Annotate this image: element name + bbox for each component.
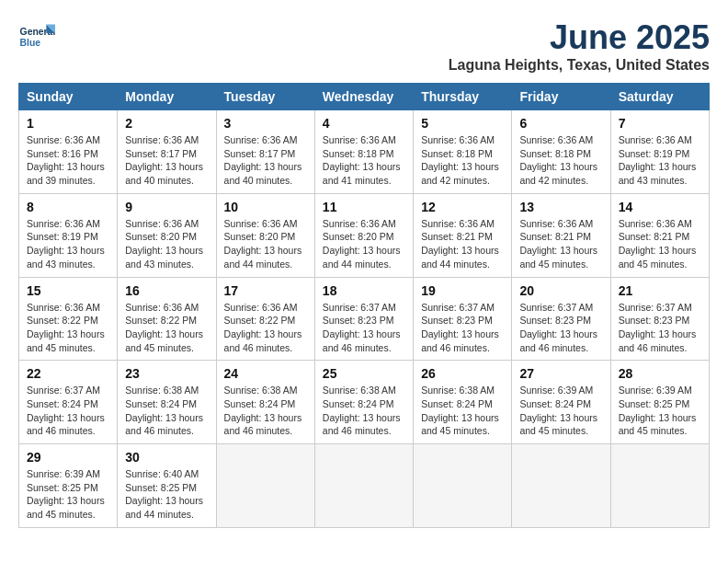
day-info: Sunrise: 6:36 AM Sunset: 8:22 PM Dayligh… <box>224 301 307 355</box>
week-row-4: 22Sunrise: 6:37 AM Sunset: 8:24 PM Dayli… <box>19 361 710 444</box>
calendar-cell <box>314 444 413 528</box>
day-info: Sunrise: 6:36 AM Sunset: 8:17 PM Dayligh… <box>224 133 307 188</box>
calendar-cell: 11Sunrise: 6:36 AM Sunset: 8:20 PM Dayli… <box>314 193 413 277</box>
day-number: 4 <box>323 116 405 131</box>
week-row-5: 29Sunrise: 6:39 AM Sunset: 8:25 PM Dayli… <box>19 444 710 528</box>
calendar-cell <box>512 444 610 528</box>
day-header-saturday: Saturday <box>610 84 709 110</box>
week-row-1: 1Sunrise: 6:36 AM Sunset: 8:16 PM Daylig… <box>19 110 710 194</box>
calendar-cell: 9Sunrise: 6:36 AM Sunset: 8:20 PM Daylig… <box>118 193 216 277</box>
day-header-wednesday: Wednesday <box>314 84 413 110</box>
main-title: June 2025 <box>449 18 710 57</box>
day-number: 20 <box>519 283 602 298</box>
calendar-cell: 23Sunrise: 6:38 AM Sunset: 8:24 PM Dayli… <box>118 361 216 444</box>
day-number: 21 <box>619 283 701 298</box>
day-number: 22 <box>27 366 109 381</box>
day-info: Sunrise: 6:36 AM Sunset: 8:18 PM Dayligh… <box>519 133 602 188</box>
calendar-cell <box>414 444 512 528</box>
day-info: Sunrise: 6:36 AM Sunset: 8:16 PM Dayligh… <box>27 133 109 188</box>
day-info: Sunrise: 6:36 AM Sunset: 8:22 PM Dayligh… <box>125 301 208 355</box>
day-info: Sunrise: 6:36 AM Sunset: 8:17 PM Dayligh… <box>125 133 208 188</box>
calendar-cell: 16Sunrise: 6:36 AM Sunset: 8:22 PM Dayli… <box>118 277 216 361</box>
day-info: Sunrise: 6:37 AM Sunset: 8:23 PM Dayligh… <box>421 301 504 355</box>
calendar-cell: 29Sunrise: 6:39 AM Sunset: 8:25 PM Dayli… <box>19 444 118 528</box>
calendar-cell: 15Sunrise: 6:36 AM Sunset: 8:22 PM Dayli… <box>19 277 118 361</box>
day-info: Sunrise: 6:36 AM Sunset: 8:20 PM Dayligh… <box>323 217 405 271</box>
day-info: Sunrise: 6:36 AM Sunset: 8:21 PM Dayligh… <box>619 217 701 271</box>
calendar-cell <box>216 444 314 528</box>
week-row-3: 15Sunrise: 6:36 AM Sunset: 8:22 PM Dayli… <box>19 277 710 361</box>
day-info: Sunrise: 6:36 AM Sunset: 8:18 PM Dayligh… <box>421 133 504 188</box>
week-row-2: 8Sunrise: 6:36 AM Sunset: 8:19 PM Daylig… <box>19 193 710 277</box>
calendar-cell: 2Sunrise: 6:36 AM Sunset: 8:17 PM Daylig… <box>118 110 216 194</box>
day-info: Sunrise: 6:37 AM Sunset: 8:23 PM Dayligh… <box>323 301 405 355</box>
calendar-cell <box>610 444 709 528</box>
day-info: Sunrise: 6:36 AM Sunset: 8:21 PM Dayligh… <box>519 217 602 271</box>
day-info: Sunrise: 6:38 AM Sunset: 8:24 PM Dayligh… <box>125 384 208 438</box>
day-header-tuesday: Tuesday <box>216 84 314 110</box>
day-info: Sunrise: 6:36 AM Sunset: 8:19 PM Dayligh… <box>619 133 701 188</box>
day-info: Sunrise: 6:38 AM Sunset: 8:24 PM Dayligh… <box>224 384 307 438</box>
day-number: 18 <box>323 283 405 298</box>
day-number: 2 <box>125 116 208 131</box>
day-info: Sunrise: 6:36 AM Sunset: 8:22 PM Dayligh… <box>27 301 109 355</box>
day-info: Sunrise: 6:36 AM Sunset: 8:20 PM Dayligh… <box>224 217 307 271</box>
day-info: Sunrise: 6:37 AM Sunset: 8:23 PM Dayligh… <box>619 301 701 355</box>
day-number: 5 <box>421 116 504 131</box>
calendar-cell: 4Sunrise: 6:36 AM Sunset: 8:18 PM Daylig… <box>314 110 413 194</box>
calendar-cell: 13Sunrise: 6:36 AM Sunset: 8:21 PM Dayli… <box>512 193 610 277</box>
calendar-cell: 30Sunrise: 6:40 AM Sunset: 8:25 PM Dayli… <box>118 444 216 528</box>
day-number: 3 <box>224 116 307 131</box>
calendar-cell: 8Sunrise: 6:36 AM Sunset: 8:19 PM Daylig… <box>19 193 118 277</box>
title-area: June 2025 Laguna Heights, Texas, United … <box>449 18 710 74</box>
day-info: Sunrise: 6:36 AM Sunset: 8:18 PM Dayligh… <box>323 133 405 188</box>
day-info: Sunrise: 6:36 AM Sunset: 8:20 PM Dayligh… <box>125 217 208 271</box>
day-header-thursday: Thursday <box>414 84 512 110</box>
calendar-cell: 7Sunrise: 6:36 AM Sunset: 8:19 PM Daylig… <box>610 110 709 194</box>
day-number: 7 <box>619 116 701 131</box>
logo-icon: General Blue <box>18 18 55 55</box>
calendar-cell: 18Sunrise: 6:37 AM Sunset: 8:23 PM Dayli… <box>314 277 413 361</box>
day-number: 16 <box>125 283 208 298</box>
day-header-monday: Monday <box>118 84 216 110</box>
header: General Blue June 2025 Laguna Heights, T… <box>18 18 710 74</box>
calendar-cell: 24Sunrise: 6:38 AM Sunset: 8:24 PM Dayli… <box>216 361 314 444</box>
calendar: SundayMondayTuesdayWednesdayThursdayFrid… <box>18 83 710 528</box>
calendar-cell: 25Sunrise: 6:38 AM Sunset: 8:24 PM Dayli… <box>314 361 413 444</box>
day-number: 12 <box>421 200 504 214</box>
calendar-cell: 3Sunrise: 6:36 AM Sunset: 8:17 PM Daylig… <box>216 110 314 194</box>
calendar-cell: 6Sunrise: 6:36 AM Sunset: 8:18 PM Daylig… <box>512 110 610 194</box>
day-number: 9 <box>125 200 208 214</box>
day-info: Sunrise: 6:39 AM Sunset: 8:24 PM Dayligh… <box>519 384 602 438</box>
day-number: 27 <box>519 366 602 381</box>
day-header-sunday: Sunday <box>19 84 118 110</box>
day-number: 24 <box>224 366 307 381</box>
calendar-cell: 22Sunrise: 6:37 AM Sunset: 8:24 PM Dayli… <box>19 361 118 444</box>
day-number: 13 <box>519 200 602 214</box>
day-number: 26 <box>421 366 504 381</box>
calendar-cell: 27Sunrise: 6:39 AM Sunset: 8:24 PM Dayli… <box>512 361 610 444</box>
calendar-cell: 12Sunrise: 6:36 AM Sunset: 8:21 PM Dayli… <box>414 193 512 277</box>
calendar-cell: 1Sunrise: 6:36 AM Sunset: 8:16 PM Daylig… <box>19 110 118 194</box>
calendar-cell: 5Sunrise: 6:36 AM Sunset: 8:18 PM Daylig… <box>414 110 512 194</box>
day-number: 11 <box>323 200 405 214</box>
calendar-cell: 17Sunrise: 6:36 AM Sunset: 8:22 PM Dayli… <box>216 277 314 361</box>
day-number: 19 <box>421 283 504 298</box>
calendar-cell: 10Sunrise: 6:36 AM Sunset: 8:20 PM Dayli… <box>216 193 314 277</box>
calendar-cell: 28Sunrise: 6:39 AM Sunset: 8:25 PM Dayli… <box>610 361 709 444</box>
day-number: 8 <box>27 200 109 214</box>
day-info: Sunrise: 6:36 AM Sunset: 8:21 PM Dayligh… <box>421 217 504 271</box>
logo: General Blue <box>18 18 55 55</box>
days-header-row: SundayMondayTuesdayWednesdayThursdayFrid… <box>19 84 710 110</box>
day-number: 10 <box>224 200 307 214</box>
day-number: 6 <box>519 116 602 131</box>
day-number: 28 <box>619 366 701 381</box>
day-header-friday: Friday <box>512 84 610 110</box>
calendar-cell: 26Sunrise: 6:38 AM Sunset: 8:24 PM Dayli… <box>414 361 512 444</box>
subtitle: Laguna Heights, Texas, United States <box>449 57 710 74</box>
day-info: Sunrise: 6:38 AM Sunset: 8:24 PM Dayligh… <box>421 384 504 438</box>
day-info: Sunrise: 6:36 AM Sunset: 8:19 PM Dayligh… <box>27 217 109 271</box>
svg-text:Blue: Blue <box>20 38 41 48</box>
day-number: 14 <box>619 200 701 214</box>
day-number: 30 <box>125 450 208 465</box>
